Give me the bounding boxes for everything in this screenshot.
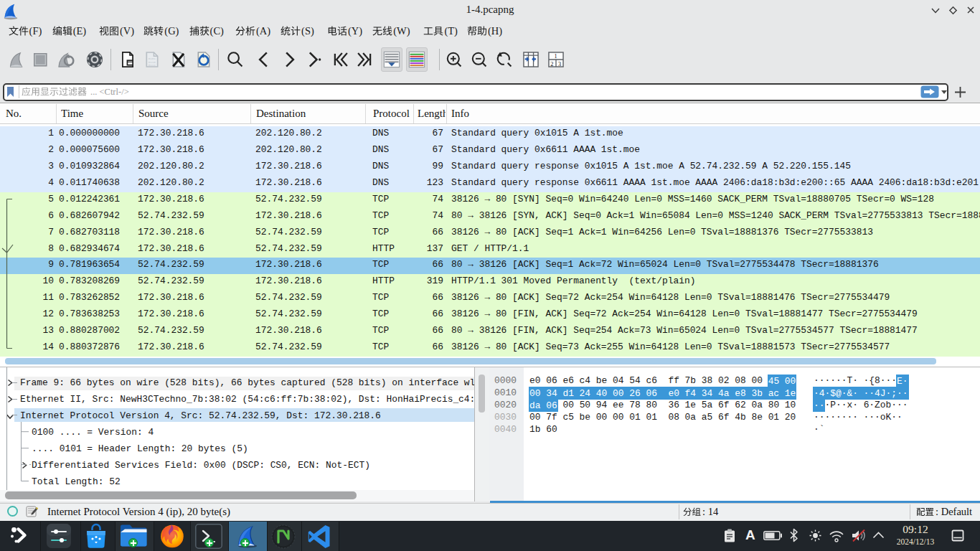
- svg-text:3: 3: [557, 61, 560, 67]
- svg-text:2: 2: [550, 61, 553, 67]
- svg-text:0111: 0111: [149, 63, 156, 67]
- svg-text:1: 1: [554, 53, 557, 60]
